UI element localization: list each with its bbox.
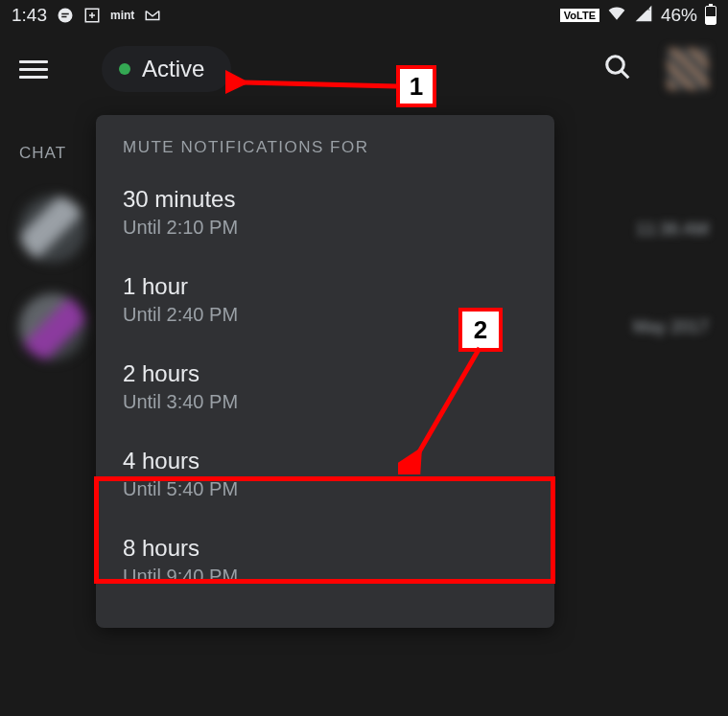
status-chip-active[interactable]: Active	[102, 46, 231, 92]
hamburger-menu-icon[interactable]	[19, 56, 48, 83]
status-left: 1:43 mint	[12, 5, 161, 26]
chat-time: 11:36 AM	[636, 219, 709, 240]
option-label: 4 hours	[123, 448, 528, 474]
mint-icon: mint	[110, 9, 134, 22]
svg-point-3	[607, 57, 624, 74]
search-icon[interactable]	[603, 53, 632, 85]
mute-notifications-popup: MUTE NOTIFICATIONS FOR 30 minutes Until …	[96, 115, 554, 628]
option-subtitle: Until 3:40 PM	[123, 391, 528, 413]
option-label: 1 hour	[123, 273, 528, 300]
option-label: 30 minutes	[123, 186, 528, 213]
message-icon	[57, 7, 74, 24]
plus-box-icon	[83, 7, 101, 24]
profile-avatar[interactable]	[667, 48, 709, 90]
option-label: 8 hours	[123, 535, 528, 562]
popup-title: MUTE NOTIFICATIONS FOR	[96, 138, 554, 169]
mute-option-2hr[interactable]: 2 hours Until 3:40 PM	[96, 343, 554, 430]
mute-option-8hr[interactable]: 8 hours Until 9:40 PM	[96, 518, 554, 605]
signal-icon: x	[634, 4, 653, 28]
status-time: 1:43	[12, 5, 47, 26]
gmail-icon	[144, 7, 161, 24]
mute-option-30min[interactable]: 30 minutes Until 2:10 PM	[96, 169, 554, 256]
option-label: 2 hours	[123, 360, 528, 387]
chat-time: May 2017	[633, 317, 709, 337]
svg-point-0	[58, 9, 72, 23]
status-right: VoLTE x 46%	[560, 4, 716, 28]
battery-percent: 46%	[661, 5, 697, 26]
battery-icon	[705, 6, 716, 25]
wifi-icon	[607, 4, 626, 28]
chat-avatar	[19, 196, 86, 263]
status-bar: 1:43 mint VoLTE x 46%	[0, 0, 728, 31]
mute-option-4hr[interactable]: 4 hours Until 5:40 PM	[96, 430, 554, 518]
volte-badge: VoLTE	[560, 9, 599, 22]
chat-avatar	[19, 293, 86, 360]
presence-dot-icon	[119, 63, 130, 75]
annotation-box-2: 2	[458, 308, 503, 352]
option-subtitle: Until 2:10 PM	[123, 217, 528, 239]
app-header: Active	[0, 31, 728, 107]
annotation-box-1: 1	[396, 65, 436, 107]
status-chip-label: Active	[142, 56, 204, 82]
option-subtitle: Until 5:40 PM	[123, 478, 528, 500]
option-subtitle: Until 9:40 PM	[123, 566, 528, 588]
